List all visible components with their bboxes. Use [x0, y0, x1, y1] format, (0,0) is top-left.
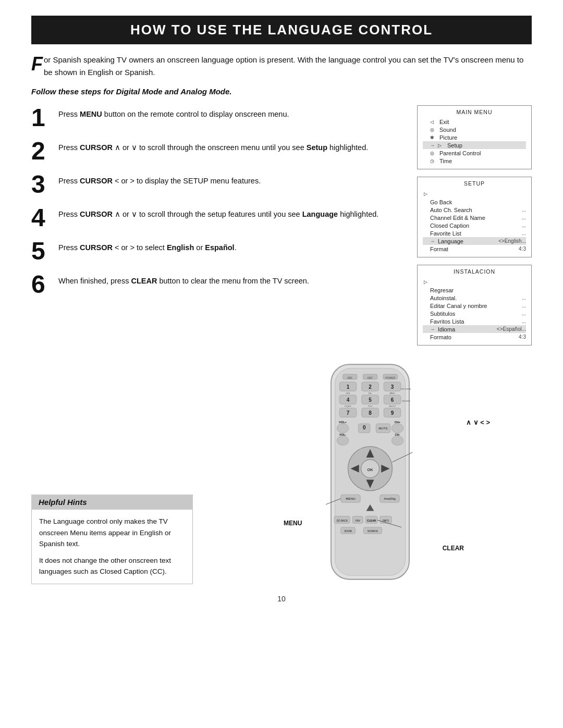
setup-channel-edit: Channel Edit & Name ...: [423, 214, 526, 221]
main-content: 1 Press MENU button on the remote contro…: [31, 105, 532, 346]
svg-text:WXYZ: WXYZ: [389, 405, 396, 408]
exit-icon: ◁: [430, 119, 437, 125]
step-number-5: 5: [31, 239, 51, 264]
svg-text:PQRS: PQRS: [345, 405, 351, 408]
editar-value: ...: [522, 303, 526, 309]
subtitulos-label: Subtitulos: [430, 311, 520, 317]
remote-section: ∧ ∨ < > MENU CLEAR ABC DEF POWER: [209, 361, 532, 584]
svg-text:7: 7: [347, 410, 350, 416]
svg-rect-44: [391, 436, 403, 446]
setup-go-back: Go Back: [423, 198, 526, 206]
menu-label-text: MENU: [284, 520, 302, 527]
auto-search-label: Auto Ch. Search: [430, 207, 520, 213]
step-2: 2 Press CURSOR ∧ or ∨ to scroll through …: [31, 139, 401, 164]
autoinstal-label: Autoinstal.: [430, 295, 520, 301]
parental-label: Parental Control: [439, 150, 526, 156]
page-title: HOW TO USE THE LANGUAGE CONTROL: [31, 16, 532, 44]
auto-search-value: ...: [522, 207, 526, 213]
sound-label: Sound: [439, 127, 526, 133]
channel-edit-value: ...: [522, 215, 526, 220]
svg-text:SOURCE: SOURCE: [368, 530, 378, 533]
helpful-hints-section: Helpful Hints The Language control only …: [31, 495, 193, 584]
arrow-indicator: →: [430, 143, 435, 148]
favritos-label: Favritos Lista: [430, 318, 520, 325]
menu-label: MENU: [284, 520, 302, 527]
autoinstal-value: ...: [522, 295, 526, 301]
intro-text: or Spanish speaking TV owners an onscree…: [44, 55, 523, 77]
go-back-label: Go Back: [430, 199, 526, 205]
setup-menu-box: SETUP ▷ Go Back Auto Ch. Search ... Chan…: [417, 177, 532, 257]
hint-1: The Language control only makes the TV o…: [39, 516, 185, 550]
instalacion-menu-title: INSTALACION: [423, 268, 526, 275]
setup-label: Setup: [447, 142, 526, 149]
step-3: 3 Press CURSOR < or > to display the SET…: [31, 172, 401, 197]
step-1: 1 Press MENU button on the remote contro…: [31, 105, 401, 130]
instalacion-editar: Editar Canal y nombre ...: [423, 302, 526, 310]
steps-column: 1 Press MENU button on the remote contro…: [31, 105, 401, 346]
svg-text:0: 0: [363, 425, 366, 430]
step-text-5: Press CURSOR < or > to select English or…: [58, 239, 237, 253]
time-label: Time: [439, 158, 526, 164]
instalacion-subtitulos: Subtitulos ...: [423, 310, 526, 317]
svg-text:MNO: MNO: [389, 392, 395, 394]
instalacion-autoinstal: Autoinstal. ...: [423, 294, 526, 302]
step-number-3: 3: [31, 172, 51, 197]
svg-text:3: 3: [391, 384, 394, 390]
clear-label-text: CLEAR: [443, 545, 464, 552]
svg-text:SOUND: SOUND: [402, 400, 410, 402]
svg-text:4: 4: [347, 397, 350, 403]
svg-rect-43: [337, 436, 349, 446]
svg-text:MENU: MENU: [346, 497, 356, 500]
step-number-2: 2: [31, 139, 51, 164]
svg-text:OK: OK: [367, 467, 373, 472]
picture-icon: ✾: [430, 135, 437, 140]
svg-text:ZOOM: ZOOM: [344, 530, 351, 533]
language-label: Language: [438, 238, 496, 244]
svg-text:POWER: POWER: [385, 376, 395, 379]
cursor-label: ∧ ∨ < >: [466, 418, 490, 426]
step-text-3: Press CURSOR < or > to display the SETUP…: [58, 172, 261, 187]
setup-icon: ▷: [438, 143, 445, 148]
svg-rect-40: [391, 424, 403, 433]
remote-illustration: ∧ ∨ < > MENU CLEAR ABC DEF POWER: [313, 361, 427, 584]
sound-icon: ◎: [430, 127, 437, 132]
cursor-label-text: ∧ ∨ < >: [466, 418, 490, 426]
svg-text:Ana/Dig: Ana/Dig: [384, 497, 396, 500]
step-number-4: 4: [31, 205, 51, 230]
closed-caption-value: ...: [522, 223, 526, 228]
formato-value: 4:3: [519, 334, 526, 340]
svg-text:6: 6: [391, 397, 394, 403]
menus-column: MAIN MENU ◁ Exit ◎ Sound ✾ Picture → ▷ S…: [417, 105, 532, 346]
exit-label: Exit: [439, 119, 526, 125]
step-6: 6 When finished, press CLEAR button to c…: [31, 272, 401, 297]
main-menu-item-picture: ✾ Picture: [423, 133, 526, 141]
format-label: Format: [430, 246, 517, 252]
main-menu-box: MAIN MENU ◁ Exit ◎ Sound ✾ Picture → ▷ S…: [417, 105, 532, 169]
instalacion-idioma: → Idioma <>Español...: [423, 325, 526, 333]
remote-svg: ABC DEF POWER 1 2 3 GHI JKL MNO PICTURE: [313, 361, 427, 583]
subheading: Follow these steps for Digital Mode and …: [31, 87, 532, 96]
format-value: 4:3: [519, 246, 526, 252]
regresar-label: Regresar: [430, 287, 526, 293]
instalacion-divider-icon: ▷: [424, 279, 431, 285]
svg-rect-35: [337, 424, 349, 433]
picture-label: Picture: [439, 134, 526, 141]
bottom-section: Helpful Hints The Language control only …: [31, 361, 532, 584]
parental-icon: ◎: [430, 151, 437, 156]
svg-text:VOL+: VOL+: [339, 421, 347, 424]
svg-text:CLEAR: CLEAR: [367, 519, 376, 522]
hint-2: It does not change the other onscreen te…: [39, 555, 185, 577]
svg-text:GO BACK: GO BACK: [336, 520, 348, 522]
instalacion-icon: ▷: [423, 277, 526, 286]
svg-text:ABC: ABC: [347, 376, 353, 379]
main-menu-item-exit: ◁ Exit: [423, 118, 526, 126]
svg-text:CH-: CH-: [395, 433, 400, 436]
svg-text:FAV: FAV: [356, 519, 361, 522]
hints-body: The Language control only makes the TV o…: [31, 510, 193, 584]
step-text-4: Press CURSOR ∧ or ∨ to scroll through th…: [58, 205, 378, 220]
favritos-value: ...: [522, 318, 526, 324]
svg-text:MUTE: MUTE: [378, 426, 388, 430]
svg-text:CH+: CH+: [395, 421, 401, 424]
setup-item-icon: ▷: [423, 189, 526, 198]
idioma-arrow: →: [430, 327, 435, 332]
